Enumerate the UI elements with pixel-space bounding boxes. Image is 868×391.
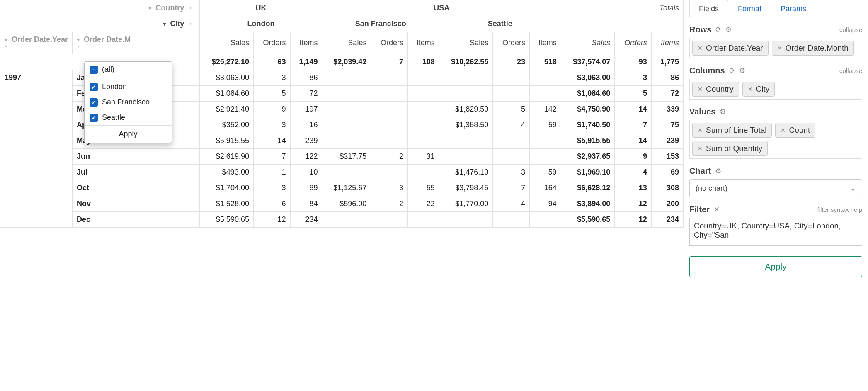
data-cell: $3,063.00 bbox=[561, 70, 615, 86]
data-cell bbox=[439, 133, 493, 149]
row-month[interactable]: Dec bbox=[73, 212, 200, 228]
row-dim-month[interactable]: ▾ Order Date.M ↑ bbox=[73, 32, 135, 54]
data-cell bbox=[371, 212, 408, 228]
columns-collapse[interactable]: collapse bbox=[839, 67, 862, 74]
data-cell bbox=[529, 212, 561, 228]
data-cell: 94 bbox=[529, 196, 561, 212]
refresh-icon[interactable]: ⟳ bbox=[729, 66, 735, 75]
close-icon[interactable]: ✕ bbox=[698, 145, 703, 152]
country-header-usa[interactable]: USA bbox=[322, 0, 561, 16]
data-cell: 86 bbox=[290, 70, 322, 86]
data-cell: 2 bbox=[371, 196, 408, 212]
data-cell: 3 bbox=[371, 180, 408, 196]
val-chip-count[interactable]: ✕ Count bbox=[775, 123, 815, 138]
refresh-icon[interactable]: ⟳ bbox=[715, 25, 721, 34]
gear-icon[interactable]: ⚙ bbox=[725, 25, 732, 34]
tab-params[interactable]: Params bbox=[771, 0, 816, 17]
data-cell: 89 bbox=[290, 180, 322, 196]
city-header-sf[interactable]: San Francisco bbox=[322, 16, 439, 32]
data-cell: $3,798.45 bbox=[439, 180, 493, 196]
country-dim-header[interactable]: ▾ Country ← bbox=[135, 0, 200, 16]
gear-icon[interactable]: ⚙ bbox=[720, 107, 726, 116]
gear-icon[interactable]: ⚙ bbox=[715, 167, 721, 175]
data-cell bbox=[439, 149, 493, 165]
city-header-london[interactable]: London bbox=[200, 16, 322, 32]
checkbox-checked-icon[interactable] bbox=[90, 83, 98, 91]
data-cell bbox=[529, 133, 561, 149]
row-month[interactable]: Nov bbox=[73, 196, 200, 212]
data-cell: $1,388.50 bbox=[439, 117, 493, 133]
data-cell: 5 bbox=[615, 86, 652, 102]
row-month[interactable]: Oct bbox=[73, 180, 200, 196]
data-cell bbox=[493, 133, 530, 149]
data-cell bbox=[371, 133, 408, 149]
data-cell: 22 bbox=[408, 196, 439, 212]
checkbox-checked-icon[interactable] bbox=[90, 98, 98, 107]
data-cell bbox=[408, 117, 439, 133]
close-icon[interactable]: ✕ bbox=[714, 205, 720, 214]
chart-select[interactable]: (no chart) ⌄ bbox=[689, 179, 862, 197]
checkbox-partial-icon[interactable] bbox=[90, 66, 98, 74]
data-cell: 12 bbox=[615, 196, 652, 212]
rows-collapse[interactable]: collapse bbox=[839, 26, 862, 33]
val-chip-sum-linetotal[interactable]: ✕ Sum of Line Total bbox=[692, 123, 772, 138]
gear-icon[interactable]: ⚙ bbox=[739, 66, 745, 75]
collapse-left-icon: ← bbox=[188, 4, 195, 12]
filter-section: Filter ✕ filter syntax help bbox=[689, 205, 862, 248]
country-header-uk[interactable]: UK bbox=[200, 0, 322, 16]
data-cell: 339 bbox=[651, 102, 683, 117]
data-cell: 69 bbox=[651, 165, 683, 180]
data-cell: 9 bbox=[615, 149, 652, 165]
close-icon[interactable]: ✕ bbox=[698, 45, 703, 51]
data-cell: 5 bbox=[493, 102, 530, 117]
row-month[interactable]: Jul bbox=[73, 165, 200, 180]
city-dim-header[interactable]: ▾ City ← bbox=[135, 16, 200, 32]
data-cell: 75 bbox=[651, 117, 683, 133]
sort-asc-icon: ↑ bbox=[77, 44, 131, 51]
row-chip-month[interactable]: ✕ Order Date.Month bbox=[772, 41, 854, 56]
filter-opt-all[interactable]: (all) bbox=[85, 62, 172, 77]
collapse-left-icon: ← bbox=[188, 19, 195, 28]
data-cell: $493.00 bbox=[200, 165, 254, 180]
data-cell: 308 bbox=[651, 180, 683, 196]
row-month[interactable]: Jun bbox=[73, 149, 200, 165]
row-chip-year[interactable]: ✕ Order Date.Year bbox=[692, 41, 769, 56]
data-cell: $6,628.12 bbox=[561, 180, 615, 196]
filter-opt-seattle[interactable]: Seattle bbox=[85, 110, 172, 125]
row-year[interactable]: 1997 bbox=[0, 70, 73, 228]
totals-header: Totals bbox=[561, 0, 683, 32]
filter-opt-sf[interactable]: San Francisco bbox=[85, 95, 172, 110]
checkbox-checked-icon[interactable] bbox=[90, 114, 98, 122]
row-dim-year[interactable]: ▾ Order Date.Year ↑ bbox=[0, 32, 73, 54]
close-icon[interactable]: ✕ bbox=[698, 86, 703, 92]
data-cell: $2,619.90 bbox=[200, 149, 254, 165]
data-cell bbox=[493, 86, 530, 102]
data-cell bbox=[408, 70, 439, 86]
data-cell: 1 bbox=[253, 165, 290, 180]
col-chip-city[interactable]: ✕ City bbox=[742, 82, 775, 97]
filter-help-link[interactable]: filter syntax help bbox=[817, 206, 862, 213]
val-chip-sum-qty[interactable]: ✕ Sum of Quantity bbox=[692, 141, 768, 156]
chevron-down-icon: ⌄ bbox=[850, 184, 856, 193]
close-icon[interactable]: ✕ bbox=[748, 86, 753, 92]
col-chip-country[interactable]: ✕ Country bbox=[692, 82, 739, 97]
filter-opt-london[interactable]: London bbox=[85, 79, 172, 95]
tabs: Fields Format Params bbox=[689, 0, 862, 17]
funnel-icon: ▾ bbox=[77, 36, 80, 43]
filter-popup-apply[interactable]: Apply bbox=[85, 125, 172, 143]
data-cell bbox=[493, 70, 530, 86]
data-cell bbox=[408, 165, 439, 180]
tab-fields[interactable]: Fields bbox=[689, 0, 728, 17]
data-cell: 7 bbox=[253, 149, 290, 165]
close-icon[interactable]: ✕ bbox=[777, 45, 782, 51]
tab-format[interactable]: Format bbox=[728, 0, 771, 17]
data-cell: 239 bbox=[290, 133, 322, 149]
data-cell: 200 bbox=[651, 196, 683, 212]
filter-textarea[interactable] bbox=[689, 218, 862, 246]
data-cell bbox=[408, 102, 439, 117]
close-icon[interactable]: ✕ bbox=[698, 127, 703, 134]
apply-button[interactable]: Apply bbox=[689, 256, 862, 277]
close-icon[interactable]: ✕ bbox=[781, 127, 786, 134]
city-header-seattle[interactable]: Seattle bbox=[439, 16, 561, 32]
data-cell: 239 bbox=[651, 133, 683, 149]
